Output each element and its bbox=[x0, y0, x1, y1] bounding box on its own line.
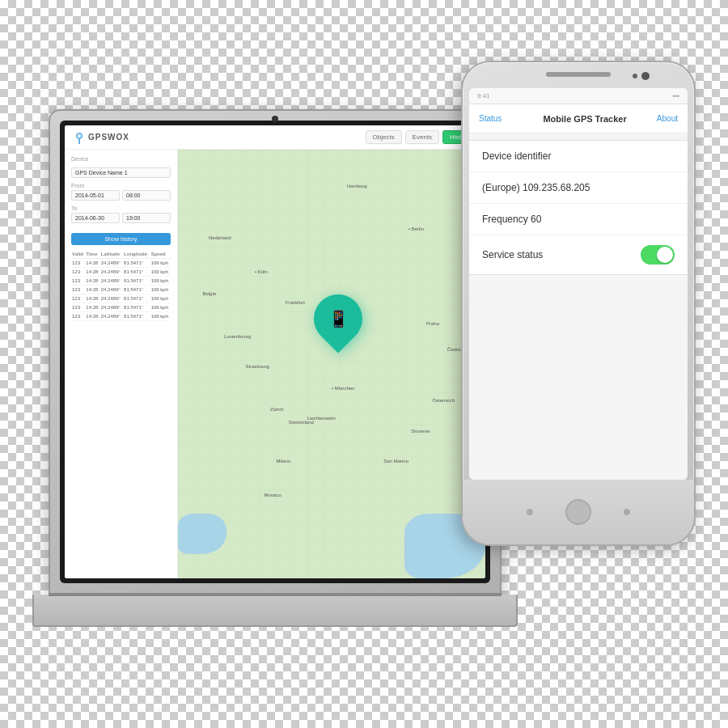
table-cell: 123 bbox=[71, 294, 85, 303]
sidebar-from-time[interactable] bbox=[122, 190, 171, 201]
pin-icon: 📱 bbox=[328, 309, 348, 328]
table-row: 12314:2824.2489°81.5471°109 kph bbox=[71, 294, 171, 303]
table-cell: 81.5471° bbox=[123, 277, 150, 286]
table-row: 12314:2824.2489°81.5471°109 kph bbox=[71, 286, 171, 294]
nav-objects-btn[interactable]: Objects bbox=[366, 130, 402, 144]
phone-screen: 9:41 ▪▪▪ Status Mobile GPS Tracker About bbox=[469, 88, 688, 480]
phone-screen-bezel: 9:41 ▪▪▪ Status Mobile GPS Tracker About bbox=[469, 88, 688, 480]
table-cell: 14:28 bbox=[85, 294, 99, 303]
map-label-slovenie: Slovenïe bbox=[411, 429, 430, 434]
laptop-camera bbox=[272, 116, 278, 122]
gps-logo-text: GPSWOX bbox=[88, 133, 129, 142]
table-cell: 81.5471° bbox=[123, 303, 150, 312]
map-label-liechtenstein: Liechtenstein bbox=[307, 416, 336, 421]
phone-row-service-status: Service status bbox=[469, 235, 688, 274]
phone-home-btn[interactable] bbox=[565, 499, 591, 525]
sidebar-from-field: From bbox=[71, 183, 171, 201]
table-cell: 81.5471° bbox=[123, 294, 150, 303]
table-cell: 81.5471° bbox=[123, 312, 150, 321]
sidebar-device-field: Device bbox=[71, 156, 171, 178]
laptop-screen: GPSWOX Objects Events History bbox=[60, 121, 490, 583]
table-cell: 81.5471° bbox=[123, 286, 150, 294]
sidebar-from-label: From bbox=[71, 183, 171, 188]
sidebar-to-time[interactable] bbox=[122, 213, 171, 223]
phone-row-device-id: Device identifier bbox=[469, 141, 688, 172]
gps-content: Device From bbox=[65, 150, 485, 578]
sidebar-to-date[interactable] bbox=[71, 213, 120, 223]
gps-app: GPSWOX Objects Events History bbox=[65, 125, 485, 578]
laptop-screen-inner: GPSWOX Objects Events History bbox=[65, 125, 485, 578]
table-cell: 109 kph bbox=[150, 286, 171, 294]
phone-menu-btn[interactable] bbox=[624, 509, 630, 515]
sidebar-device-input[interactable] bbox=[71, 167, 171, 178]
table-row: 12314:2824.2489°81.5471°109 kph bbox=[71, 303, 171, 312]
phone-volume-up-btn[interactable] bbox=[694, 135, 696, 158]
table-cell: 109 kph bbox=[150, 277, 171, 286]
col-longitude: Longitude bbox=[123, 250, 150, 259]
map-label-frankfurt: Frankfurt bbox=[286, 300, 305, 305]
col-speed: Speed bbox=[150, 250, 171, 259]
sidebar-from-date[interactable] bbox=[71, 190, 120, 201]
sidebar-device-label: Device bbox=[71, 156, 171, 162]
phone-label-service-status: Service status bbox=[482, 249, 543, 260]
phone-volume-down-btn[interactable] bbox=[694, 166, 696, 188]
map-label-luxembourg: Luxembourg bbox=[224, 334, 251, 339]
phone-label-device-id: Device identifier bbox=[482, 150, 551, 162]
map-label-monaco: Monaco bbox=[264, 493, 281, 497]
table-cell: 24.2489° bbox=[100, 303, 123, 312]
map-label-milano: Milano bbox=[277, 459, 291, 463]
table-cell: 14:28 bbox=[85, 286, 99, 294]
table-cell: 123 bbox=[71, 303, 85, 312]
phone-bottom-bar bbox=[463, 480, 694, 544]
table-cell: 109 kph bbox=[150, 294, 171, 303]
status-time: 9:41 bbox=[477, 92, 490, 99]
phone-section-device: Device identifier (Europe) 109.235.68.20… bbox=[469, 140, 688, 275]
phone-outer: 9:41 ▪▪▪ Status Mobile GPS Tracker About bbox=[461, 61, 696, 546]
map-label-switzerland: Switzerland bbox=[289, 420, 314, 425]
phone-nav-bar: Status Mobile GPS Tracker About bbox=[469, 104, 688, 133]
table-cell: 14:28 bbox=[85, 303, 99, 312]
pin-shape: 📱 bbox=[303, 284, 372, 353]
col-time: Time bbox=[85, 250, 99, 259]
sidebar-to-label: To bbox=[71, 205, 171, 211]
table-cell: 14:28 bbox=[85, 268, 99, 277]
laptop-body: GPSWOX Objects Events History bbox=[49, 109, 502, 595]
table-cell: 109 kph bbox=[150, 312, 171, 321]
gps-sidebar: Device From bbox=[65, 150, 178, 578]
laptop-hinge bbox=[49, 593, 502, 596]
phone-tab-about[interactable]: About bbox=[657, 114, 678, 123]
laptop-base bbox=[32, 595, 518, 627]
table-cell: 81.5471° bbox=[123, 268, 150, 277]
map-label-osterreich: Österreich bbox=[432, 398, 455, 403]
map-label-nederland: Nederland bbox=[209, 235, 231, 240]
table-cell: 14:28 bbox=[85, 312, 99, 321]
gps-logo-icon bbox=[73, 131, 86, 144]
map-label-koln: • Köln bbox=[255, 269, 268, 274]
map-label-prag: Praha bbox=[426, 321, 439, 326]
map-label-berlin: • Berlin bbox=[408, 226, 424, 231]
table-cell: 81.5471° bbox=[123, 259, 150, 268]
gps-header: GPSWOX Objects Events History bbox=[65, 125, 485, 150]
phone-camera-dot bbox=[633, 74, 637, 78]
table-cell: 123 bbox=[71, 268, 85, 277]
spacer bbox=[469, 133, 688, 140]
phone-label-frequency: Frequency 60 bbox=[482, 214, 541, 225]
table-row: 12314:2824.2489°81.5471°109 kph bbox=[71, 277, 171, 286]
show-history-btn[interactable]: Show history bbox=[71, 233, 171, 245]
nav-events-btn[interactable]: Events bbox=[405, 130, 439, 144]
service-status-toggle[interactable] bbox=[641, 245, 675, 265]
table-cell: 123 bbox=[71, 259, 85, 268]
table-cell: 14:28 bbox=[85, 277, 99, 286]
phone-tab-status[interactable]: Status bbox=[479, 114, 502, 123]
map-label-cesko: Česko bbox=[447, 347, 461, 352]
gps-map: Hamburg • Berlin Nederland Belgïe Luxemb… bbox=[178, 150, 485, 578]
table-row: 12314:2824.2489°81.5471°109 kph bbox=[71, 312, 171, 321]
table-cell: 123 bbox=[71, 286, 85, 294]
table-cell: 109 kph bbox=[150, 268, 171, 277]
phone-row-ip: (Europe) 109.235.68.205 bbox=[469, 172, 688, 204]
phone-back-btn[interactable] bbox=[527, 509, 533, 515]
table-row: 12314:2824.2489°81.5471°109 kph bbox=[71, 268, 171, 277]
map-water-north-sea bbox=[178, 514, 226, 554]
table-cell: 123 bbox=[71, 312, 85, 321]
table-cell: 109 kph bbox=[150, 259, 171, 268]
